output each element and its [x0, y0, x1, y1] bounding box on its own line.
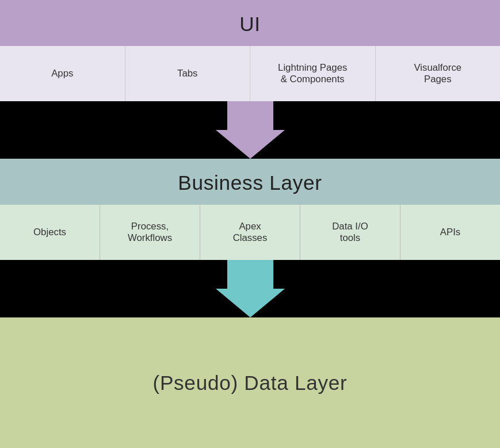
- arrow-down-teal: [216, 260, 285, 317]
- arrow-down-purple-container: [0, 101, 500, 159]
- business-item-apex: ApexClasses: [200, 205, 300, 260]
- business-layer-header: Business Layer: [0, 159, 500, 205]
- ui-item-tabs-label: Tabs: [177, 68, 197, 79]
- ui-layer-header: UI: [0, 0, 500, 46]
- arrow-down-teal-container: [0, 260, 500, 317]
- ui-items-row: Apps Tabs Lightning Pages& Components Vi…: [0, 46, 500, 101]
- ui-item-visualforce: VisualforcePages: [376, 46, 501, 101]
- data-layer: (Pseudo) Data Layer: [0, 317, 500, 448]
- ui-item-visualforce-label: VisualforcePages: [414, 62, 461, 85]
- business-item-dataio-label: Data I/Otools: [332, 221, 368, 244]
- data-layer-title: (Pseudo) Data Layer: [152, 372, 347, 395]
- ui-item-apps-label: Apps: [51, 68, 73, 79]
- business-item-apis-label: APIs: [440, 227, 460, 238]
- ui-item-lightning: Lightning Pages& Components: [250, 46, 376, 101]
- ui-item-apps: Apps: [0, 46, 125, 101]
- business-items-row: Objects Process,Workflows ApexClasses Da…: [0, 205, 500, 260]
- ui-item-lightning-label: Lightning Pages& Components: [278, 62, 347, 85]
- business-layer: Business Layer Objects Process,Workflows…: [0, 159, 500, 260]
- business-item-objects-label: Objects: [33, 227, 66, 238]
- arrow-teal-head: [216, 289, 285, 317]
- business-item-process: Process,Workflows: [100, 205, 200, 260]
- ui-item-tabs: Tabs: [125, 46, 251, 101]
- ui-layer: UI Apps Tabs Lightning Pages& Components…: [0, 0, 500, 101]
- business-item-apex-label: ApexClasses: [233, 221, 268, 244]
- business-item-objects: Objects: [0, 205, 100, 260]
- arrow-down-purple: [216, 101, 285, 159]
- arrow-teal-body: [227, 260, 273, 289]
- ui-layer-title: UI: [239, 13, 261, 35]
- arrow-purple-head: [216, 130, 285, 159]
- business-layer-title: Business Layer: [178, 171, 322, 194]
- business-item-process-label: Process,Workflows: [128, 221, 172, 244]
- business-item-dataio: Data I/Otools: [300, 205, 400, 260]
- arrow-purple-body: [227, 101, 273, 130]
- business-item-apis: APIs: [400, 205, 500, 260]
